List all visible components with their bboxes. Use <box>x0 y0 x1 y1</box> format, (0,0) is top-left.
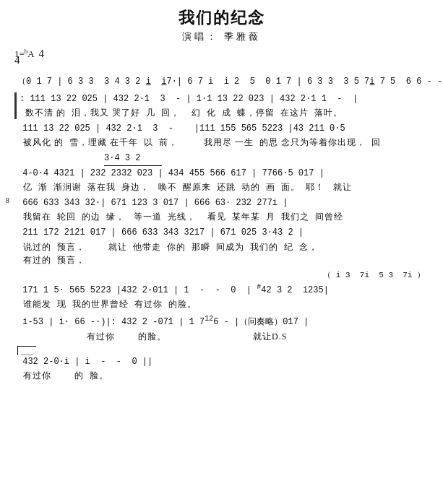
section-6-notation: 171 1 5· 565 5223 |432 2-011 | 1 - - 0 |… <box>17 282 429 297</box>
section-5-notation: 211 172 2121 017 | 666 633 343 3217 | 67… <box>17 226 429 240</box>
section-3-lyrics: 亿 渐 渐润谢 落在我 身边， 唤不 醒原来 还跳 动的 画 面。 耶！ 就让 <box>17 181 429 194</box>
overline-bar <box>104 165 162 166</box>
intro-notation: （0 1 7 | 6 3 3 3 4 3 2 i i7·| 6 7 i i 2 … <box>17 75 429 89</box>
section-3-overline: 3·4 3 2 <box>17 152 429 165</box>
subtitle: 演唱： 季雅薇 <box>14 30 429 43</box>
intro-section: （0 1 7 | 6 3 3 3 4 3 2 i i7·| 6 7 i i 2 … <box>14 75 429 89</box>
section-8: ___ 432 2-0·i | i - - 0 || 有过你 的 脸。 <box>14 346 429 382</box>
section-8-notation: 432 2-0·i | i - - 0 || <box>17 355 429 369</box>
final-bracket: ___ <box>17 346 36 355</box>
section-7: i-53 | i· 66 -·)|: 432 2 -071 | 1 7126 -… <box>14 313 429 342</box>
section-5: 211 172 2121 017 | 666 633 343 3217 | 67… <box>14 226 429 266</box>
section-3: 3·4 3 2 4-0·4 4321 | 232 2332 023 | 434 … <box>14 152 429 194</box>
key-signature: 1=bA 44 <box>14 48 429 72</box>
section-2: 111 13 22 025 | 432 2·1 3 - |111 155 565… <box>14 122 429 149</box>
section-6: （ i 3 7i 5 3 7i ） 171 1 5· 565 5223 |432… <box>14 269 429 311</box>
title: 我们的纪念 <box>14 7 429 29</box>
section-1-lyrics: 数不清 的 泪，我又 哭了好 几 回， 幻 化 成 蝶，停留 在这片 落叶。 <box>20 106 429 119</box>
key-label: 1=bA 44 <box>14 48 44 71</box>
section-6-bracket: （ i 3 7i 5 3 7i ） <box>17 269 429 282</box>
final-overline-container: ___ <box>17 346 429 355</box>
section-4: 8 666 633 343 32·| 671 123 3 017 | 666 6… <box>14 196 429 223</box>
section-5-lyrics2: 有过的 预言， <box>17 253 429 266</box>
section-8-lyrics: 有过你 的 脸。 <box>17 369 429 382</box>
section-2-notation: 111 13 22 025 | 432 2·1 3 - |111 155 565… <box>17 122 429 136</box>
section-5-lyrics: 说过的 预言， 就让 他带走 你的 那瞬 间成为 我们的 纪 念， <box>17 240 429 253</box>
section-6-lyrics: 谁能发 现 我的世界曾经 有过你 的脸。 <box>17 297 429 310</box>
section-4-lyrics: 我留在 轮回 的边 缘， 等一道 光线， 看见 某年某 月 我们之 间曾经 <box>17 210 429 223</box>
section-1-notation: : 111 13 22 025 | 432 2·1 3 - | 1·1 13 2… <box>20 92 429 106</box>
section-7-notation: i-53 | i· 66 -·)|: 432 2 -071 | 1 7126 -… <box>17 313 429 329</box>
section-mark-8: 8 <box>6 196 9 204</box>
section-1: : 111 13 22 025 | 432 2·1 3 - | 1·1 13 2… <box>14 92 429 119</box>
section-3-notation: 4-0·4 4321 | 232 2332 023 | 434 455 566 … <box>17 167 429 181</box>
section-7-lyrics: 有过你 的脸。 就让D.S <box>17 330 429 343</box>
sheet-music: 我们的纪念 演唱： 季雅薇 1=bA 44 （0 1 7 | 6 3 3 3 4… <box>14 7 429 382</box>
section-4-notation: 666 633 343 32·| 671 123 3 017 | 666 63·… <box>17 196 429 210</box>
section-2-lyrics: 被风化 的 雪，理藏 在千年 以 前， 我用尽 一生 的思 念只为等着你出现， … <box>17 136 429 149</box>
